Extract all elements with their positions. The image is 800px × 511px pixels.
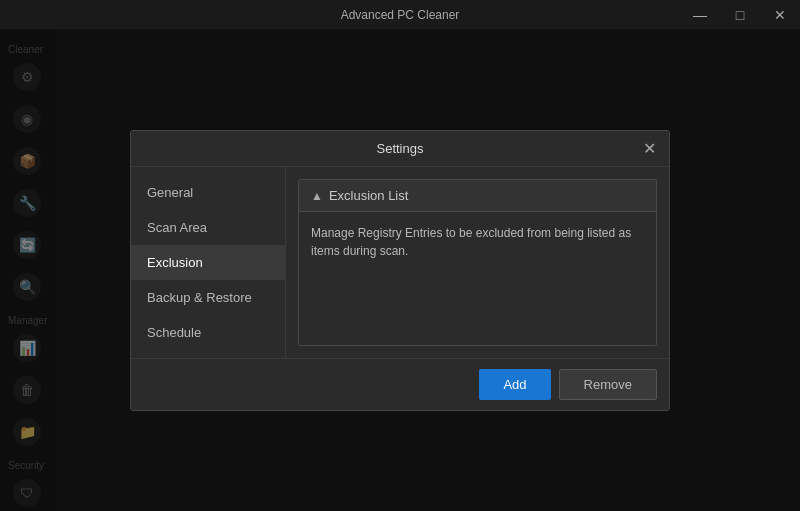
titlebar: Advanced PC Cleaner — □ ✕ xyxy=(0,0,800,30)
dialog-footer: Add Remove xyxy=(131,358,669,410)
app-body: Cleaner ⚙ ◉ 📦 🔧 🔄 🔍 Manager 📊 🗑 📁 Securi… xyxy=(0,30,800,511)
maximize-button[interactable]: □ xyxy=(720,0,760,30)
nav-item-exclusion[interactable]: Exclusion xyxy=(131,245,285,280)
exclusion-body: Manage Registry Entries to be excluded f… xyxy=(299,212,656,345)
add-button[interactable]: Add xyxy=(479,369,550,400)
exclusion-section: ▲ Exclusion List Manage Registry Entries… xyxy=(298,179,657,346)
dialog-close-button[interactable]: ✕ xyxy=(639,139,659,159)
app-title: Advanced PC Cleaner xyxy=(341,8,460,22)
settings-dialog: Settings ✕ General Scan Area Exclusion B… xyxy=(130,130,670,411)
exclusion-header: ▲ Exclusion List xyxy=(299,180,656,212)
nav-item-backup-restore[interactable]: Backup & Restore xyxy=(131,280,285,315)
chevron-up-icon: ▲ xyxy=(311,189,323,203)
nav-item-general[interactable]: General xyxy=(131,175,285,210)
dialog-titlebar: Settings ✕ xyxy=(131,131,669,167)
minimize-button[interactable]: — xyxy=(680,0,720,30)
window-controls: — □ ✕ xyxy=(680,0,800,30)
app-close-button[interactable]: ✕ xyxy=(760,0,800,30)
nav-item-scan-area[interactable]: Scan Area xyxy=(131,210,285,245)
modal-overlay: Settings ✕ General Scan Area Exclusion B… xyxy=(0,30,800,511)
dialog-nav: General Scan Area Exclusion Backup & Res… xyxy=(131,167,286,358)
dialog-inner: General Scan Area Exclusion Backup & Res… xyxy=(131,167,669,358)
remove-button[interactable]: Remove xyxy=(559,369,657,400)
dialog-title: Settings xyxy=(377,141,424,156)
nav-item-schedule[interactable]: Schedule xyxy=(131,315,285,350)
exclusion-description: Manage Registry Entries to be excluded f… xyxy=(311,224,644,260)
exclusion-list-title: Exclusion List xyxy=(329,188,408,203)
dialog-content: ▲ Exclusion List Manage Registry Entries… xyxy=(286,167,669,358)
